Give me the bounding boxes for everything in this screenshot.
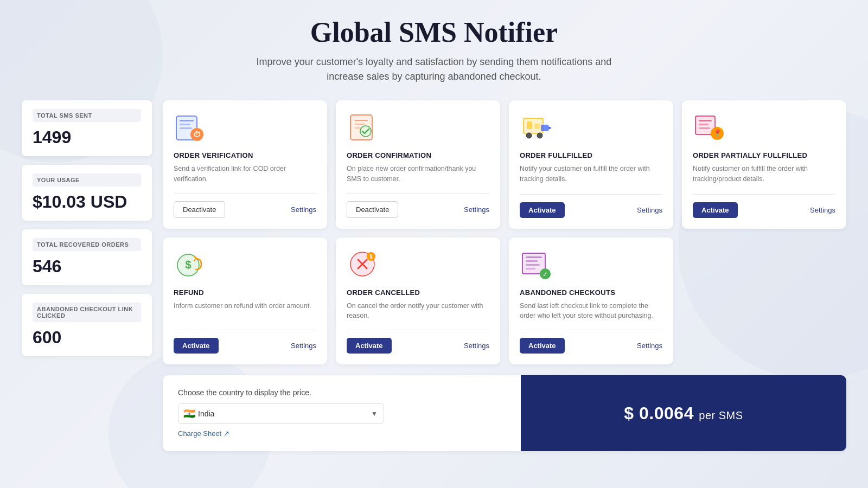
order-fulfilled-settings-btn[interactable]: Settings: [637, 206, 662, 214]
chevron-down-icon: ▼: [371, 410, 378, 418]
page-title: Global SMS Notifier: [22, 16, 846, 48]
order-confirmation-primary-btn[interactable]: Deactivate: [347, 201, 398, 218]
header: Global SMS Notifier Improve your custome…: [22, 16, 846, 84]
svg-text:📍: 📍: [713, 129, 723, 138]
price-display: $ 0.0064 per SMS: [624, 403, 743, 423]
svg-text:⏱: ⏱: [193, 130, 201, 139]
svg-rect-35: [526, 268, 535, 269]
order-partial-desc: Notify customer on fulfill the order wit…: [693, 164, 835, 185]
order-cancelled-desc: On cancel the order notify your customer…: [347, 301, 489, 322]
order-fulfilled-title: ORDER FULLFILLED: [520, 151, 662, 159]
stat-card-recovered-orders: TOTAL RECOVERED ORDERS 546: [22, 229, 152, 285]
price-unit: per SMS: [699, 409, 743, 421]
price-banner: $ 0.0064 per SMS: [521, 375, 846, 451]
card-order-verification: ⏱ ORDER VERIFICATION Send a verification…: [163, 100, 327, 229]
order-verification-actions: Deactivate Settings: [174, 201, 316, 218]
bottom-section: Choose the country to display the price.…: [163, 375, 846, 451]
svg-rect-3: [180, 127, 192, 129]
order-confirmation-actions: Deactivate Settings: [347, 201, 489, 218]
order-confirmation-desc: On place new order confirmation/thank yo…: [347, 164, 489, 184]
refund-icon: $: [174, 248, 206, 281]
svg-marker-17: [548, 126, 552, 130]
stat-card-usage: YOUR USAGE $10.03 USD: [22, 165, 152, 221]
abandoned-checkouts-title: ABANDONED CHECKOUTS: [520, 288, 662, 297]
refund-primary-btn[interactable]: Activate: [174, 338, 219, 354]
stat-value-recovered-orders: 546: [33, 254, 61, 278]
svg-rect-32: [526, 256, 542, 258]
order-cancelled-primary-btn[interactable]: Activate: [347, 338, 392, 354]
svg-rect-2: [180, 124, 190, 125]
order-confirmation-icon: [347, 111, 379, 144]
svg-rect-11: [524, 118, 543, 133]
svg-rect-1: [180, 120, 194, 121]
abandoned-checkouts-settings-btn[interactable]: Settings: [637, 342, 662, 350]
order-cancelled-title: ORDER CANCELLED: [347, 288, 489, 297]
order-cancelled-settings-btn[interactable]: Settings: [464, 342, 489, 350]
abandoned-checkouts-desc: Send last left checkout link to complete…: [520, 301, 662, 322]
svg-rect-34: [526, 264, 540, 266]
card-refund: $ REFUND Inform customer on refund with …: [163, 237, 327, 365]
order-verification-settings-btn[interactable]: Settings: [291, 206, 316, 214]
refund-desc: Inform customer on refund with order amo…: [174, 301, 316, 322]
abandoned-checkouts-icon: ✓: [520, 248, 552, 281]
india-flag-icon: 🇮🇳: [183, 408, 195, 420]
order-partial-title: ORDER PARTIALLY FULLFILLED: [693, 151, 835, 159]
stat-label-recovered-orders: TOTAL RECOVERED ORDERS: [33, 238, 141, 251]
card-order-fulfilled: ORDER FULLFILLED Notify your customer on…: [509, 100, 673, 229]
svg-rect-19: [699, 120, 712, 121]
svg-text:$: $: [185, 259, 191, 271]
svg-rect-12: [527, 121, 532, 129]
svg-point-14: [526, 133, 532, 138]
stat-label-checkout-link: ABANDONED CHECKOUT LINK CLICKED: [33, 303, 141, 322]
order-cancelled-actions: Activate Settings: [347, 338, 489, 354]
order-confirmation-settings-btn[interactable]: Settings: [464, 206, 489, 214]
order-verification-title: ORDER VERIFICATION: [174, 151, 316, 159]
refund-settings-btn[interactable]: Settings: [291, 342, 316, 350]
country-select-wrapper: 🇮🇳 India United States United Kingdom ▼: [178, 403, 384, 424]
charge-sheet-link[interactable]: Charge Sheet ↗: [178, 429, 229, 438]
stat-card-checkout-link: ABANDONED CHECKOUT LINK CLICKED 600: [22, 294, 152, 356]
main-layout: TOTAL SMS SENT 1499 YOUR USAGE $10.03 US…: [22, 100, 846, 451]
price-amount: $ 0.0064: [624, 403, 694, 423]
card-order-cancelled: $ ORDER CANCELLED On cancel the order no…: [336, 237, 500, 365]
order-partial-primary-btn[interactable]: Activate: [693, 202, 738, 218]
country-selector: Choose the country to display the price.…: [163, 375, 521, 451]
refund-title: REFUND: [174, 288, 316, 297]
order-confirmation-title: ORDER CONFIRMATION: [347, 151, 489, 159]
svg-rect-16: [541, 125, 548, 131]
svg-rect-33: [526, 260, 538, 262]
svg-rect-20: [699, 124, 709, 125]
country-select[interactable]: India United States United Kingdom: [178, 403, 384, 424]
card-abandoned-checkouts: ✓ ABANDONED CHECKOUTS Send last left che…: [509, 237, 673, 365]
order-verification-primary-btn[interactable]: Deactivate: [174, 201, 225, 218]
order-fulfilled-desc: Notify your customer on fulfill the orde…: [520, 164, 662, 185]
order-partial-actions: Activate Settings: [693, 202, 835, 218]
svg-text:✓: ✓: [542, 271, 548, 278]
svg-point-15: [537, 133, 542, 138]
country-label: Choose the country to display the price.: [178, 388, 506, 397]
order-fulfilled-actions: Activate Settings: [520, 202, 662, 218]
stat-label-usage: YOUR USAGE: [33, 174, 141, 187]
content-area: ⏱ ORDER VERIFICATION Send a verification…: [163, 100, 846, 451]
order-partial-settings-btn[interactable]: Settings: [810, 206, 835, 214]
order-fulfilled-primary-btn[interactable]: Activate: [520, 202, 565, 218]
refund-actions: Activate Settings: [174, 338, 316, 354]
stat-card-sms-sent: TOTAL SMS SENT 1499: [22, 100, 152, 156]
page-subtitle: Improve your customer's loyalty and sati…: [22, 55, 846, 84]
cards-grid: ⏱ ORDER VERIFICATION Send a verification…: [163, 100, 846, 364]
order-verification-desc: Send a verification link for COD order v…: [174, 164, 316, 184]
stats-sidebar: TOTAL SMS SENT 1499 YOUR USAGE $10.03 US…: [22, 100, 152, 356]
stat-label-sms-sent: TOTAL SMS SENT: [33, 109, 141, 122]
order-fulfilled-icon: [520, 111, 552, 144]
abandoned-checkouts-primary-btn[interactable]: Activate: [520, 338, 565, 354]
external-link-icon: ↗: [224, 429, 229, 438]
svg-rect-13: [534, 124, 540, 129]
order-partial-icon: 📍: [693, 111, 725, 144]
stat-value-usage: $10.03 USD: [33, 190, 127, 214]
card-order-partial: 📍 ORDER PARTIALLY FULLFILLED Notify cust…: [682, 100, 846, 229]
svg-text:$: $: [369, 254, 373, 260]
card-order-confirmation: ORDER CONFIRMATION On place new order co…: [336, 100, 500, 229]
order-verification-icon: ⏱: [174, 111, 206, 144]
stat-value-checkout-link: 600: [33, 325, 61, 349]
stat-value-sms-sent: 1499: [33, 125, 71, 149]
